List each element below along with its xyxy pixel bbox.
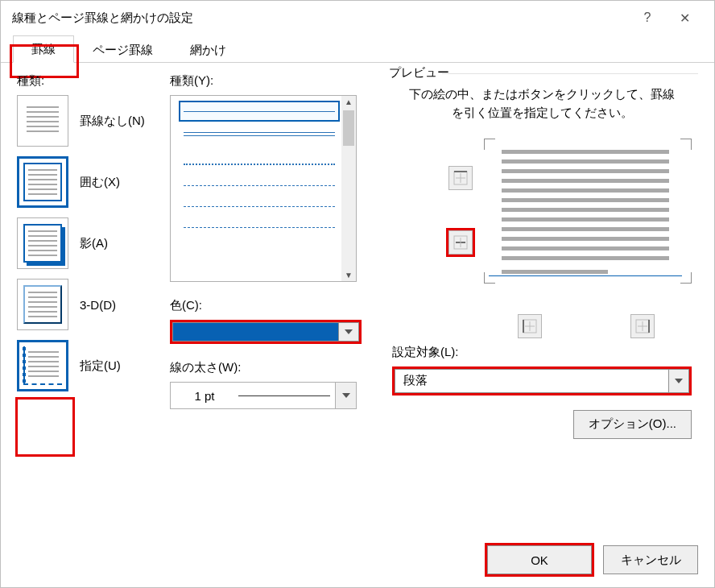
setting-3d[interactable]: 3-D(D): [17, 279, 170, 330]
tab-borders[interactable]: 罫線: [13, 35, 74, 63]
setting-label: 種類:: [17, 73, 170, 89]
color-combobox[interactable]: [170, 320, 362, 344]
style-scrollbar[interactable]: ▲ ▼: [341, 96, 356, 281]
help-icon[interactable]: ?: [629, 1, 666, 35]
style-listbox[interactable]: ▲ ▼: [170, 95, 357, 282]
style-dash-l[interactable]: [179, 217, 340, 238]
preview-diagram[interactable]: [400, 139, 684, 340]
chevron-down-icon[interactable]: [338, 322, 359, 342]
scroll-thumb[interactable]: [343, 110, 354, 146]
style-double[interactable]: [179, 122, 340, 143]
border-top-toggle[interactable]: [448, 166, 473, 190]
cancel-button[interactable]: キャンセル: [603, 545, 698, 574]
border-left-toggle[interactable]: [518, 314, 542, 338]
preview-paragraph[interactable]: [497, 145, 674, 271]
setting-shadow[interactable]: 影(A): [17, 217, 170, 269]
style-dash-s[interactable]: [179, 175, 340, 196]
setting-box-label: 囲む(X): [80, 175, 120, 190]
scroll-down-icon[interactable]: ▼: [345, 269, 353, 281]
tab-strip: 罫線 ページ罫線 網かけ: [1, 35, 714, 63]
color-label: 色(C):: [170, 298, 386, 313]
setting-none-label: 罫線なし(N): [80, 114, 145, 129]
dialog-title: 線種とページ罫線と網かけの設定: [12, 10, 629, 26]
style-dotted[interactable]: [179, 154, 340, 175]
chevron-down-icon[interactable]: [668, 369, 689, 393]
setting-3d-label: 3-D(D): [80, 298, 116, 312]
tab-page-borders[interactable]: ページ罫線: [74, 36, 172, 63]
ok-button[interactable]: OK: [487, 545, 592, 574]
width-value: 1 pt: [171, 389, 238, 403]
setting-custom[interactable]: 指定(U): [17, 340, 170, 391]
setting-shadow-label: 影(A): [80, 236, 108, 251]
width-preview-line: [238, 395, 330, 396]
preview-hint: 下の絵の中、またはボタンをクリックして、罫線を引く位置を指定してください。: [405, 85, 679, 122]
chevron-down-icon[interactable]: [335, 383, 356, 408]
options-button[interactable]: オプション(O)...: [573, 410, 692, 439]
close-icon[interactable]: ✕: [666, 1, 703, 35]
style-solid[interactable]: [179, 101, 340, 122]
setting-none[interactable]: 罫線なし(N): [17, 95, 170, 147]
border-right-toggle[interactable]: [630, 314, 655, 338]
scroll-up-icon[interactable]: ▲: [345, 96, 353, 108]
apply-to-combobox[interactable]: 段落: [392, 366, 692, 395]
style-label: 種類(Y):: [170, 73, 386, 89]
apply-to-label: 設定対象(L):: [392, 345, 692, 360]
color-swatch: [172, 322, 338, 342]
border-inside-h-toggle[interactable]: [448, 230, 473, 255]
style-dash-m[interactable]: [179, 196, 340, 217]
preview-bottom-border: [489, 275, 682, 276]
apply-to-value: 段落: [395, 369, 668, 393]
tab-shading[interactable]: 網かけ: [172, 36, 245, 63]
setting-box[interactable]: 囲む(X): [17, 156, 170, 208]
setting-custom-label: 指定(U): [80, 358, 121, 374]
width-combobox[interactable]: 1 pt: [170, 382, 357, 409]
width-label: 線の太さ(W):: [170, 360, 386, 375]
